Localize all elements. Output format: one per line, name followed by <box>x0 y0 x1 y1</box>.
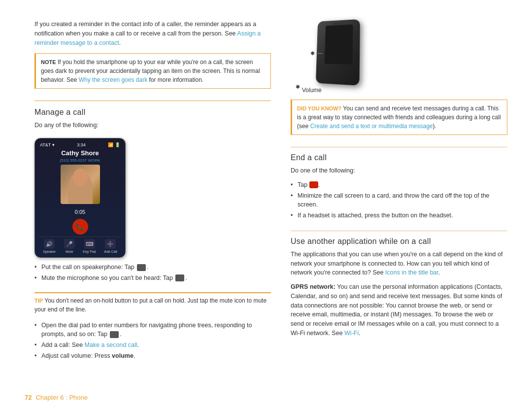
bullet-speaker-text: Put the call on speakerphone: Tap <box>41 264 136 271</box>
tip-label: TIP <box>34 298 43 304</box>
add-call-action[interactable]: ➕ Add Call <box>104 239 117 253</box>
keypad-inline-icon <box>110 331 119 338</box>
mute-label: Mute <box>66 250 73 253</box>
dyk-suffix: ). <box>432 123 436 130</box>
bullet-headset: If a headset is attached, press the butt… <box>291 211 507 220</box>
screen-dark-link[interactable]: Why the screen goes dark <box>79 76 147 83</box>
contact-label: WORK <box>88 158 100 163</box>
manage-call-title: Manage a call <box>34 108 271 117</box>
phone-mockup: AT&T ▾ 3:34 📶 🔋 Cathy Shore (510) 555-02… <box>34 138 126 258</box>
speaker-action[interactable]: 🔊 Speaker <box>43 239 56 253</box>
add-call-label: Add Call <box>104 250 117 253</box>
speaker-icon: 🔊 <box>44 239 55 249</box>
page-number: 72 <box>25 394 32 401</box>
make-second-call-link[interactable]: Make a second call <box>85 342 137 348</box>
use-app-body1: The applications that you can use when y… <box>291 250 507 277</box>
bullet-dialpad: Open the dial pad to enter numbers for n… <box>34 321 271 340</box>
did-you-know-box: DID YOU KNOW? You can send and receive t… <box>291 100 507 135</box>
manage-bullets-1: Put the call on speakerphone: Tap . Mute… <box>34 263 271 284</box>
end-call-body: Do one of the following: <box>291 166 507 175</box>
chapter-label: Chapter 6 : Phone <box>35 394 88 401</box>
status-bar: AT&T ▾ 3:34 📶 🔋 <box>38 141 122 148</box>
speaker-inline-icon <box>137 264 146 271</box>
bullet-mute: Mute the microphone so you can't be hear… <box>34 274 271 283</box>
end-call-button[interactable]: 📞 <box>72 219 88 235</box>
icons-title-bar-link[interactable]: Icons in the title bar <box>385 269 438 276</box>
dyk-label: DID YOU KNOW? <box>297 105 341 111</box>
mute-icon: 🎤 <box>64 239 75 249</box>
end-call-inline-icon <box>309 181 318 188</box>
wifi-link[interactable]: Wi-Fi <box>344 330 359 337</box>
end-call-bullets: Tap . Minimize the call screen to a card… <box>291 180 507 222</box>
keypad-icon: ⌨ <box>84 239 95 249</box>
note-suffix: for more information. <box>147 76 203 83</box>
bullet-add-call: Add a call: See Make a second call. <box>34 341 271 350</box>
right-divider-1 <box>291 147 507 147</box>
annotation-line <box>316 53 323 54</box>
page: If you created a reminder in the contact… <box>0 0 532 411</box>
keypad-label: Key Pad <box>83 250 96 253</box>
note-label: NOTE <box>41 59 56 65</box>
phone-action-bar: 🔊 Speaker 🎤 Mute ⌨ Key Pad ➕ Add Call <box>38 237 122 254</box>
tip-text: You don't need an on-hold button to put … <box>34 297 266 313</box>
carrier-text: AT&T ▾ <box>40 142 55 147</box>
tip-box: TIP You don't need an on-hold button to … <box>34 292 271 317</box>
gprs-label: GPRS network: <box>291 283 335 290</box>
manage-bullets-2: Open the dial pad to enter numbers for n… <box>34 321 271 362</box>
intro-text-before: If you created a reminder in the contact… <box>34 21 256 37</box>
bullet-tap-end: Tap . <box>291 180 507 190</box>
phone-screen <box>325 25 353 65</box>
divider-1 <box>34 101 271 101</box>
call-timer: 0:05 <box>38 207 122 217</box>
bullet-minimize-card: Minimize the call screen to a card, and … <box>291 191 507 210</box>
bullet-volume: Adjust call volume: Press volume. <box>34 351 271 361</box>
right-column: ✱ ✱ Volume DID YOU KNOW? You can send an… <box>291 20 507 396</box>
intro-paragraph: If you created a reminder in the contact… <box>34 20 271 47</box>
bullet-speakerphone: Put the call on speakerphone: Tap . <box>34 263 271 272</box>
add-call-icon: ➕ <box>105 239 116 249</box>
use-another-app-title: Use another application while on a call <box>291 237 507 246</box>
left-column: If you created a reminder in the contact… <box>34 20 271 396</box>
note-box: NOTE If you hold the smartphone up to yo… <box>34 53 271 89</box>
end-call-title: End a call <box>291 153 507 162</box>
signal-icons: 📶 🔋 <box>108 142 120 147</box>
bullet-mute-text: Mute the microphone so you can't be hear… <box>41 274 174 281</box>
use-app-body2: GPRS network: You can use the personal i… <box>291 282 507 338</box>
contact-avatar <box>61 165 100 204</box>
contact-name: Cathy Shore <box>38 148 122 158</box>
phone-image-area: ✱ ✱ Volume <box>291 20 507 94</box>
intro-text-after: . <box>119 39 121 46</box>
phone-3d-image: ✱ <box>310 20 374 89</box>
contact-number: (510) 555-0237 WORK <box>38 158 122 165</box>
manage-call-body: Do any of the following: <box>34 121 271 130</box>
end-call-area: 📞 <box>38 217 122 237</box>
asterisk-annotation: ✱ <box>310 50 323 57</box>
mute-inline-icon <box>175 274 184 281</box>
right-divider-2 <box>291 231 507 231</box>
mute-action[interactable]: 🎤 Mute <box>64 239 75 253</box>
create-message-link[interactable]: Create and send a text or multimedia mes… <box>310 123 433 130</box>
footer: 72 Chapter 6 : Phone <box>25 394 88 401</box>
time-text: 3:34 <box>77 142 86 147</box>
speaker-label: Speaker <box>43 250 56 253</box>
keypad-action[interactable]: ⌨ Key Pad <box>83 239 96 253</box>
